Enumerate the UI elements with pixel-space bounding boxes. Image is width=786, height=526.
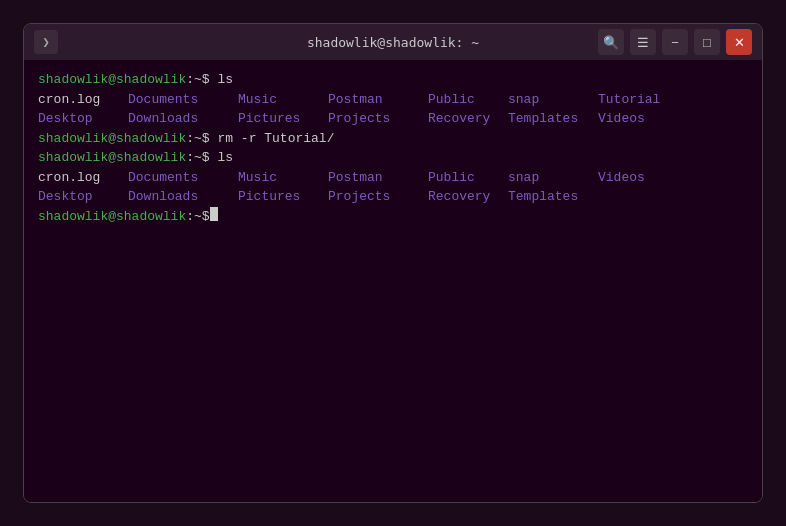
prompt-2: shadowlik@shadowlik: [38, 129, 186, 149]
ls1-item-9: Downloads: [128, 109, 238, 129]
ls1-row1: cron.log Documents Music Postman Public …: [38, 90, 748, 110]
ls1-item-14: Videos: [598, 109, 678, 129]
ls2-item-3: Music: [238, 168, 328, 188]
ls1-item-1: cron.log: [38, 90, 128, 110]
ls2-item-11: Projects: [328, 187, 428, 207]
prompt-3: shadowlik@shadowlik: [38, 148, 186, 168]
ls1-item-3: Music: [238, 90, 328, 110]
ls1-item-13: Templates: [508, 109, 598, 129]
ls2-item-8: Desktop: [38, 187, 128, 207]
ls1-item-10: Pictures: [238, 109, 328, 129]
prompt-4: shadowlik@shadowlik: [38, 207, 186, 227]
terminal-content[interactable]: shadowlik@shadowlik :~$ ls cron.log Docu…: [24, 60, 762, 502]
window-title: shadowlik@shadowlik: ~: [307, 35, 479, 50]
ls1-item-2: Documents: [128, 90, 238, 110]
ls2-item-2: Documents: [128, 168, 238, 188]
terminal-icon: ❯: [34, 30, 58, 54]
command-line-1: shadowlik@shadowlik :~$ ls: [38, 70, 748, 90]
ls1-item-11: Projects: [328, 109, 428, 129]
menu-button[interactable]: ☰: [630, 29, 656, 55]
ls2-row2: Desktop Downloads Pictures Projects Reco…: [38, 187, 748, 207]
ls2-item-6: snap: [508, 168, 598, 188]
ls2-item-9: Downloads: [128, 187, 238, 207]
ls1-item-7: Tutorial: [598, 90, 678, 110]
ls2-row1: cron.log Documents Music Postman Public …: [38, 168, 748, 188]
ls1-item-6: snap: [508, 90, 598, 110]
ls2-item-5: Public: [428, 168, 508, 188]
cmd-2: :~$ rm -r Tutorial/: [186, 129, 334, 149]
command-line-2: shadowlik@shadowlik :~$ rm -r Tutorial/: [38, 129, 748, 149]
ls2-item-13: Templates: [508, 187, 598, 207]
command-line-4: shadowlik@shadowlik :~$: [38, 207, 748, 227]
ls2-item-4: Postman: [328, 168, 428, 188]
titlebar-left: ❯: [34, 30, 58, 54]
titlebar-controls: 🔍 ☰ − □ ✕: [598, 29, 752, 55]
ls1-item-8: Desktop: [38, 109, 128, 129]
ls2-item-12: Recovery: [428, 187, 508, 207]
ls1-row2: Desktop Downloads Pictures Projects Reco…: [38, 109, 748, 129]
close-button[interactable]: ✕: [726, 29, 752, 55]
ls1-item-12: Recovery: [428, 109, 508, 129]
ls2-item-10: Pictures: [238, 187, 328, 207]
terminal-window: ❯ shadowlik@shadowlik: ~ 🔍 ☰ − □ ✕ shado…: [23, 23, 763, 503]
command-line-3: shadowlik@shadowlik :~$ ls: [38, 148, 748, 168]
maximize-button[interactable]: □: [694, 29, 720, 55]
search-button[interactable]: 🔍: [598, 29, 624, 55]
terminal-cursor: [210, 207, 218, 221]
cmd-4: :~$: [186, 207, 209, 227]
cmd-3: :~$ ls: [186, 148, 233, 168]
ls2-item-1: cron.log: [38, 168, 128, 188]
titlebar: ❯ shadowlik@shadowlik: ~ 🔍 ☰ − □ ✕: [24, 24, 762, 60]
cmd-1: :~$ ls: [186, 70, 233, 90]
ls1-item-5: Public: [428, 90, 508, 110]
minimize-button[interactable]: −: [662, 29, 688, 55]
prompt-1: shadowlik@shadowlik: [38, 70, 186, 90]
ls1-item-4: Postman: [328, 90, 428, 110]
ls2-item-7: Videos: [598, 168, 678, 188]
